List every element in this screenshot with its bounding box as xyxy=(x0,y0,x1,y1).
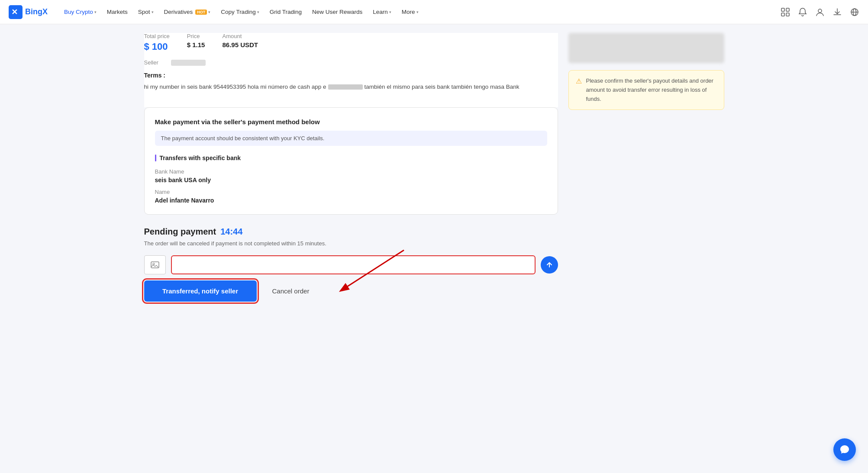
total-price-value: $ 100 xyxy=(144,41,170,52)
seller-label: Seller xyxy=(144,59,166,66)
notify-seller-button[interactable]: Transferred, notify seller xyxy=(144,280,257,302)
pending-timer: 14:44 xyxy=(220,227,242,237)
nav-more[interactable]: More ▾ xyxy=(397,6,423,18)
warning-text: Please confirm the seller's payout detai… xyxy=(586,77,717,103)
pending-section: Pending payment 14:44 The order will be … xyxy=(144,227,558,302)
user-icon[interactable] xyxy=(815,7,825,17)
nav-copy-trading[interactable]: Copy Trading ▾ xyxy=(216,6,263,18)
nav-derivatives[interactable]: Derivatives HOT ▾ xyxy=(160,6,215,18)
pending-title: Pending payment 14:44 xyxy=(144,227,558,237)
buy-crypto-chevron-icon: ▾ xyxy=(94,10,97,14)
svg-rect-4 xyxy=(781,13,784,16)
action-row-container: Transferred, notify seller Cancel order xyxy=(144,280,558,302)
main-content: Total price $ 100 Price $ 1.15 Amount 86… xyxy=(144,33,558,310)
payment-card: Make payment via the seller's payment me… xyxy=(144,107,558,215)
seller-row: Seller xyxy=(144,59,558,66)
page-container: Total price $ 100 Price $ 1.15 Amount 86… xyxy=(131,24,737,319)
purple-bar-icon xyxy=(155,154,156,161)
right-panel: ⚠ Please confirm the seller's payout det… xyxy=(568,33,724,310)
spot-chevron-icon: ▾ xyxy=(152,10,154,14)
nav-new-user-rewards[interactable]: New User Rewards xyxy=(308,6,367,18)
terms-text-part2: también el mismo para seis bank también … xyxy=(365,84,520,90)
order-meta-row: Total price $ 100 Price $ 1.15 Amount 86… xyxy=(144,33,558,52)
terms-text-part1: hi my number in seis bank 9544953395 hol… xyxy=(144,84,326,90)
kyc-notice: The payment account should be consistent… xyxy=(155,131,547,146)
nav-markets[interactable]: Markets xyxy=(103,6,132,18)
blurred-image xyxy=(568,33,724,63)
warning-icon: ⚠ xyxy=(576,77,582,85)
amount-value: 86.95 USDT xyxy=(222,41,258,48)
payment-method-header: Transfers with specific bank xyxy=(155,154,547,161)
amount-label: Amount xyxy=(222,33,258,39)
download-icon[interactable] xyxy=(833,7,842,17)
bingx-logo-icon: ✕ xyxy=(9,5,23,19)
bank-name-value: seis bank USA only xyxy=(155,177,547,183)
more-chevron-icon: ▾ xyxy=(416,10,419,14)
message-input[interactable] xyxy=(171,255,536,274)
svg-rect-2 xyxy=(781,8,784,11)
amount-col: Amount 86.95 USDT xyxy=(222,33,258,52)
seller-name-blurred xyxy=(171,60,206,66)
upload-row xyxy=(144,255,558,274)
logo[interactable]: ✕ BingX xyxy=(9,5,48,19)
language-icon[interactable] xyxy=(850,7,859,17)
cancel-order-button[interactable]: Cancel order xyxy=(264,280,318,302)
nav-right-icons xyxy=(781,7,859,17)
nav-spot[interactable]: Spot ▾ xyxy=(134,6,158,18)
bank-name-label: Bank Name xyxy=(155,168,547,175)
learn-chevron-icon: ▾ xyxy=(389,10,391,14)
warning-box: ⚠ Please confirm the seller's payout det… xyxy=(568,70,724,110)
hot-badge: HOT xyxy=(195,10,207,15)
svg-text:✕: ✕ xyxy=(11,8,18,16)
send-button[interactable] xyxy=(541,256,558,274)
svg-point-6 xyxy=(818,9,822,13)
order-summary: Total price $ 100 Price $ 1.15 Amount 86… xyxy=(144,33,558,107)
derivatives-chevron-icon: ▾ xyxy=(208,10,210,14)
price-col: Price $ 1.15 xyxy=(187,33,205,52)
copy-trading-chevron-icon: ▾ xyxy=(257,10,259,14)
payment-card-title: Make payment via the seller's payment me… xyxy=(155,118,547,125)
name-value: Adel infante Navarro xyxy=(155,197,547,204)
terms-blurred xyxy=(328,84,363,90)
pending-note: The order will be canceled if payment is… xyxy=(144,240,558,247)
payment-method-title: Transfers with specific bank xyxy=(160,154,241,161)
nav-links: Buy Crypto ▾ Markets Spot ▾ Derivatives … xyxy=(60,6,781,18)
nav-buy-crypto[interactable]: Buy Crypto ▾ xyxy=(60,6,101,18)
svg-rect-3 xyxy=(786,8,789,11)
svg-point-10 xyxy=(153,263,155,265)
terms-text: hi my number in seis bank 9544953395 hol… xyxy=(144,82,558,92)
pending-title-text: Pending payment xyxy=(144,227,216,237)
logo-text: BingX xyxy=(25,7,48,16)
navbar: ✕ BingX Buy Crypto ▾ Markets Spot ▾ Deri… xyxy=(0,0,868,24)
nav-grid-trading[interactable]: Grid Trading xyxy=(265,6,306,18)
total-price-label: Total price xyxy=(144,33,170,39)
nav-learn[interactable]: Learn ▾ xyxy=(368,6,396,18)
name-label: Name xyxy=(155,189,547,195)
action-row: Transferred, notify seller Cancel order xyxy=(144,280,558,302)
svg-rect-5 xyxy=(786,13,789,16)
upload-image-button[interactable] xyxy=(144,255,166,274)
notifications-icon[interactable] xyxy=(798,7,807,17)
terms-label: Terms : xyxy=(144,72,558,79)
price-label: Price xyxy=(187,33,205,39)
total-price-col: Total price $ 100 xyxy=(144,33,170,52)
portfolio-icon[interactable] xyxy=(781,7,790,17)
price-value: $ 1.15 xyxy=(187,41,205,48)
